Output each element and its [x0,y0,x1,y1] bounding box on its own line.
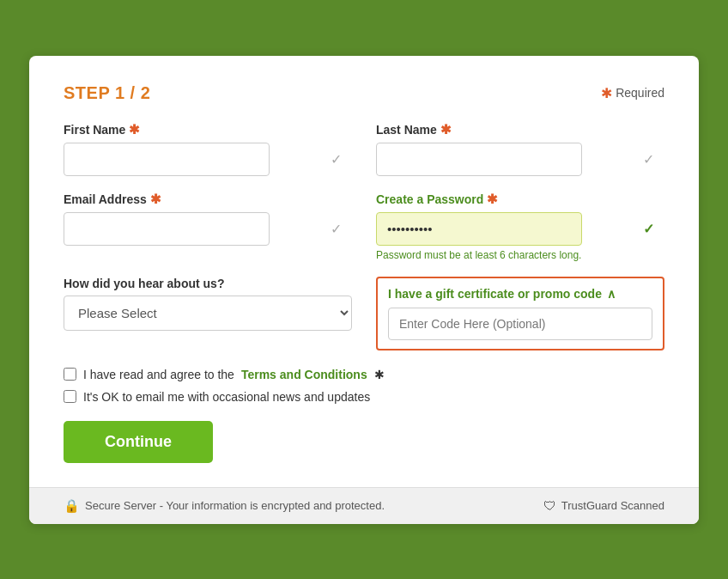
terms-required-star: ✱ [374,368,385,381]
promo-toggle-label: I have a gift certificate or promo code [388,287,602,301]
registration-card: STEP 1 / 2 ✱ Required First Name ✱ ✓ Las… [29,56,699,524]
email-group: Email Address ✱ ✓ [64,192,352,261]
password-label: Create a Password ✱ [376,192,664,207]
required-indicator: ✱ Required [601,85,664,101]
password-required-star: ✱ [487,192,498,207]
step-header: STEP 1 / 2 ✱ Required [64,83,664,103]
email-input[interactable] [64,212,270,246]
terms-checkbox-row: I have read and agree to the Terms and C… [64,368,664,381]
email-ok-text: It's OK to email me with occasional news… [83,390,370,404]
trustguard-text: TrustGuard Scanned [561,499,664,512]
how-hear-select-wrapper: Please Select Google Facebook Friend Adv… [64,296,352,331]
email-check-icon: ✓ [331,221,342,237]
terms-text-before: I have read and agree to the [83,368,234,381]
promo-section: I have a gift certificate or promo code … [376,277,664,350]
first-name-check-icon: ✓ [331,151,342,168]
footer-bar: 🔒 Secure Server - Your information is en… [29,487,699,524]
how-promo-row: How did you hear about us? Please Select… [64,277,664,350]
first-name-required-star: ✱ [129,122,140,137]
promo-toggle[interactable]: I have a gift certificate or promo code … [388,287,652,301]
first-name-wrapper: ✓ [64,143,352,176]
how-hear-label: How did you hear about us? [64,277,352,290]
step-title: STEP 1 / 2 [64,83,150,103]
password-hint: Password must be at least 6 characters l… [376,249,664,261]
last-name-group: Last Name ✱ ✓ [376,122,664,176]
last-name-check-icon: ✓ [643,151,654,168]
last-name-required-star: ✱ [440,122,452,137]
continue-button[interactable]: Continue [64,421,213,463]
name-row: First Name ✱ ✓ Last Name ✱ ✓ [64,122,664,176]
lock-icon: 🔒 [64,498,80,514]
email-ok-checkbox-row: It's OK to email me with occasional news… [64,390,664,404]
password-check-icon: ✓ [643,221,654,237]
terms-checkbox[interactable] [64,368,76,381]
how-hear-select[interactable]: Please Select Google Facebook Friend Adv… [64,296,352,331]
chevron-up-icon: ∧ [607,287,616,301]
email-required-star: ✱ [150,192,161,207]
first-name-label: First Name ✱ [64,122,352,137]
secure-text: Secure Server - Your information is encr… [85,499,385,512]
email-wrapper: ✓ [64,212,352,246]
first-name-group: First Name ✱ ✓ [64,122,352,176]
required-text: Required [616,86,664,100]
password-group: Create a Password ✱ ✓ Password must be a… [376,192,664,261]
trustguard-info: 🛡 TrustGuard Scanned [543,498,664,513]
last-name-wrapper: ✓ [376,143,664,176]
password-wrapper: ✓ [376,212,664,246]
shield-icon: 🛡 [543,498,556,513]
terms-link[interactable]: Terms and Conditions [241,368,367,381]
secure-server-info: 🔒 Secure Server - Your information is en… [64,498,385,514]
password-input[interactable] [376,212,582,246]
continue-button-wrapper: Continue [64,421,664,487]
first-name-input[interactable] [64,143,270,176]
last-name-input[interactable] [376,143,582,176]
promo-box: I have a gift certificate or promo code … [376,277,664,350]
checkboxes-section: I have read and agree to the Terms and C… [64,368,664,404]
email-ok-checkbox[interactable] [64,390,76,403]
email-label: Email Address ✱ [64,192,352,207]
promo-code-input[interactable] [388,308,652,340]
required-star-icon: ✱ [601,85,612,101]
last-name-label: Last Name ✱ [376,122,664,137]
email-password-row: Email Address ✱ ✓ Create a Password ✱ ✓ … [64,192,664,261]
how-hear-group: How did you hear about us? Please Select… [64,277,352,331]
